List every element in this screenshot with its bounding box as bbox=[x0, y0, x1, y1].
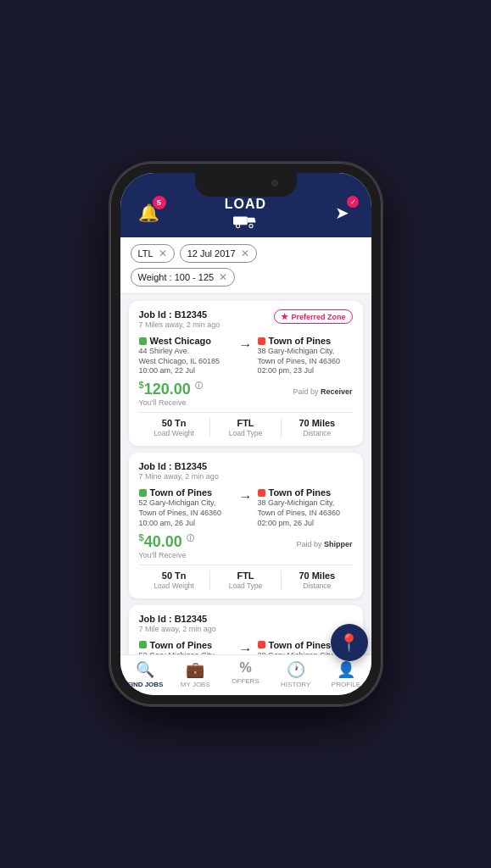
gps-button[interactable]: ➤ ✓ bbox=[326, 198, 357, 228]
job-card-1-type: FTL Load Type bbox=[210, 418, 282, 437]
job-card-2-dest-city: Town of Pines bbox=[258, 487, 353, 498]
nav-find-jobs[interactable]: 🔍 FIND JOBS bbox=[120, 660, 170, 688]
job-card-1-distance: 70 Miles Distance bbox=[282, 418, 352, 437]
job-card-2-price-area: $40.00 ⓘ You'll Receive bbox=[139, 532, 194, 559]
filter-weight[interactable]: Weight : 100 - 125 ✕ bbox=[131, 268, 236, 287]
notification-button[interactable]: 🔔 5 bbox=[134, 198, 165, 228]
job-card-1-price-area: $120.00 ⓘ You'll Receive bbox=[139, 380, 203, 407]
origin-dot bbox=[139, 337, 147, 345]
app-logo: LOAD bbox=[225, 197, 266, 229]
job-card-3-time: 7 Mile away, 2 min ago bbox=[139, 625, 216, 633]
job-card-2-origin: Town of Pines 52 Gary-Michigan City, Tow… bbox=[139, 487, 234, 526]
job-card-2-id: Job Id : B12345 bbox=[139, 461, 219, 471]
filter-ltl-label: LTL bbox=[138, 248, 153, 259]
job-card-1-header: Job Id : B12345 7 Miles away, 2 min ago … bbox=[139, 309, 353, 329]
job-card-1-origin: West Chicago 44 Shirley Ave. West Chicag… bbox=[139, 336, 234, 375]
filter-weight-remove[interactable]: ✕ bbox=[219, 271, 227, 283]
svg-rect-0 bbox=[233, 216, 248, 225]
job-card-1-paid-by: Paid by Receiver bbox=[293, 387, 352, 396]
job-card-1-origin-address: 44 Shirley Ave. West Chicago, IL 60185 bbox=[139, 347, 234, 366]
job-card-3-origin-city: Town of Pines bbox=[139, 640, 234, 650]
filter-date-label: 12 Jul 2017 bbox=[187, 248, 236, 259]
filter-date[interactable]: 12 Jul 2017 ✕ bbox=[180, 244, 257, 263]
job-card-1-dest-date: 02:00 pm, 23 Jul bbox=[258, 366, 353, 375]
job-card-1-dest-city: Town of Pines bbox=[258, 336, 353, 346]
filter-date-remove[interactable]: ✕ bbox=[241, 248, 249, 259]
preferred-zone-badge: ★ Preferred Zone bbox=[274, 309, 352, 324]
job-card-2[interactable]: Job Id : B12345 7 Mine away, 2 min ago T… bbox=[129, 453, 363, 598]
gps-check-badge: ✓ bbox=[347, 196, 359, 208]
offers-label: OFFERS bbox=[232, 677, 259, 685]
job-card-2-price-note: You'll Receive bbox=[139, 551, 194, 559]
job-card-2-stats: 50 Tn Load Weight FTL Load Type 70 Miles… bbox=[139, 565, 353, 590]
route-arrow-icon: → bbox=[239, 337, 253, 353]
job-card-1-time: 7 Miles away, 2 min ago bbox=[139, 320, 220, 329]
job-card-1-weight: 50 Tn Load Weight bbox=[139, 418, 210, 437]
profile-label: PROFILE bbox=[332, 681, 360, 688]
job-card-3[interactable]: Job Id : B12345 7 Mile away, 2 min ago T… bbox=[129, 605, 363, 654]
camera bbox=[271, 180, 278, 186]
preferred-zone-label: Preferred Zone bbox=[291, 313, 345, 321]
job-card-1[interactable]: Job Id : B12345 7 Miles away, 2 min ago … bbox=[129, 301, 363, 446]
origin-dot-3 bbox=[139, 641, 147, 648]
job-card-1-id-area: Job Id : B12345 7 Miles away, 2 min ago bbox=[139, 309, 220, 329]
job-card-2-distance: 70 Miles Distance bbox=[282, 570, 352, 590]
job-list: Job Id : B12345 7 Miles away, 2 min ago … bbox=[120, 294, 371, 654]
location-fab[interactable]: 📍 bbox=[331, 624, 368, 661]
filter-bar: LTL ✕ 12 Jul 2017 ✕ Weight : 100 - 125 ✕ bbox=[120, 237, 371, 294]
job-card-3-origin: Town of Pines 52 Gary-Michigan City, bbox=[139, 640, 234, 654]
svg-point-3 bbox=[249, 225, 253, 228]
job-card-2-type: FTL Load Type bbox=[210, 570, 282, 590]
job-card-1-origin-date: 10:00 am, 22 Jul bbox=[139, 366, 234, 375]
job-card-1-route: West Chicago 44 Shirley Ave. West Chicag… bbox=[139, 336, 353, 375]
history-icon: 🕐 bbox=[287, 660, 305, 679]
job-card-3-id: Job Id : B12345 bbox=[139, 614, 216, 624]
location-icon: 📍 bbox=[338, 632, 360, 653]
job-card-2-time: 7 Mine away, 2 min ago bbox=[139, 472, 219, 481]
job-card-1-dest: Town of Pines 38 Gary-Michigan City, Tow… bbox=[258, 336, 353, 375]
job-card-3-id-area: Job Id : B12345 7 Mile away, 2 min ago bbox=[139, 614, 216, 633]
job-card-2-route: Town of Pines 52 Gary-Michigan City, Tow… bbox=[139, 487, 353, 526]
dest-dot-2 bbox=[258, 489, 265, 497]
nav-history[interactable]: 🕐 HISTORY bbox=[271, 660, 321, 688]
filter-ltl-remove[interactable]: ✕ bbox=[159, 248, 167, 259]
job-card-1-price-row: $120.00 ⓘ You'll Receive Paid by Receive… bbox=[139, 380, 353, 407]
job-card-2-dest: Town of Pines 38 Gary-Michigan City, Tow… bbox=[258, 487, 353, 526]
nav-offers[interactable]: % OFFERS bbox=[220, 660, 271, 688]
job-card-2-paid-by: Paid by Shipper bbox=[296, 540, 352, 548]
nav-profile[interactable]: 👤 PROFILE bbox=[321, 660, 371, 688]
profile-icon: 👤 bbox=[337, 660, 355, 679]
job-card-1-origin-city: West Chicago bbox=[139, 336, 234, 346]
notification-badge: 5 bbox=[153, 196, 166, 209]
filter-weight-label: Weight : 100 - 125 bbox=[138, 272, 215, 282]
route-arrow-icon-2: → bbox=[239, 489, 253, 504]
job-card-1-price: $120.00 ⓘ bbox=[139, 380, 203, 398]
job-card-1-price-note: You'll Receive bbox=[139, 398, 203, 407]
navigation-icon: ➤ bbox=[335, 203, 349, 223]
job-card-1-stats: 50 Tn Load Weight FTL Load Type 70 Miles… bbox=[139, 412, 353, 437]
bottom-navigation: 🔍 FIND JOBS 💼 MY JOBS % OFFERS 🕐 HISTORY… bbox=[120, 654, 371, 695]
my-jobs-icon: 💼 bbox=[186, 660, 204, 679]
job-card-3-route: Town of Pines 52 Gary-Michigan City, → T… bbox=[139, 640, 353, 654]
job-card-2-origin-address: 52 Gary-Michigan City, Town of Pines, IN… bbox=[139, 498, 234, 518]
history-label: HISTORY bbox=[281, 681, 310, 688]
nav-my-jobs[interactable]: 💼 MY JOBS bbox=[170, 660, 220, 688]
my-jobs-label: MY JOBS bbox=[181, 681, 210, 688]
job-card-2-dest-date: 02:00 pm, 26 Jul bbox=[258, 519, 353, 527]
preferred-star-icon: ★ bbox=[281, 312, 288, 321]
job-card-2-id-area: Job Id : B12345 7 Mine away, 2 min ago bbox=[139, 461, 219, 481]
phone-notch bbox=[195, 173, 297, 197]
truck-icon bbox=[233, 214, 257, 229]
offers-icon: % bbox=[239, 660, 251, 676]
filter-ltl[interactable]: LTL ✕ bbox=[131, 244, 175, 263]
job-card-1-dest-address: 38 Gary-Michigan City, Town of Pines, IN… bbox=[258, 347, 353, 366]
job-card-2-weight: 50 Tn Load Weight bbox=[139, 570, 210, 590]
job-card-3-header: Job Id : B12345 7 Mile away, 2 min ago bbox=[139, 614, 353, 633]
find-jobs-label: FIND JOBS bbox=[127, 681, 164, 688]
phone-screen: 🔔 5 LOAD ➤ ✓ LTL ✕ bbox=[120, 173, 371, 695]
dest-dot-3 bbox=[258, 641, 265, 648]
find-jobs-icon: 🔍 bbox=[136, 660, 154, 679]
job-card-1-id: Job Id : B12345 bbox=[139, 309, 220, 320]
job-card-2-dest-address: 38 Gary-Michigan City, Town of Pines, IN… bbox=[258, 498, 353, 518]
route-arrow-icon-3: → bbox=[239, 642, 253, 654]
